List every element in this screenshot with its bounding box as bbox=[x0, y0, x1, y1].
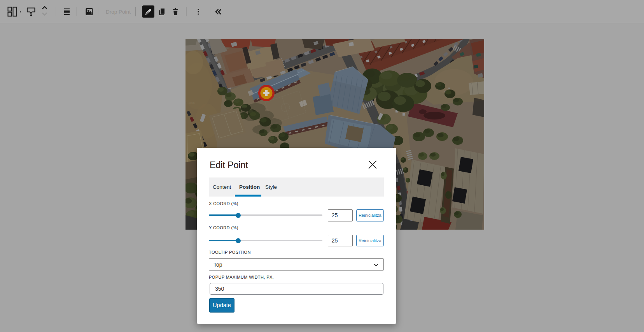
svg-text:Drop Point: Drop Point bbox=[106, 9, 131, 15]
